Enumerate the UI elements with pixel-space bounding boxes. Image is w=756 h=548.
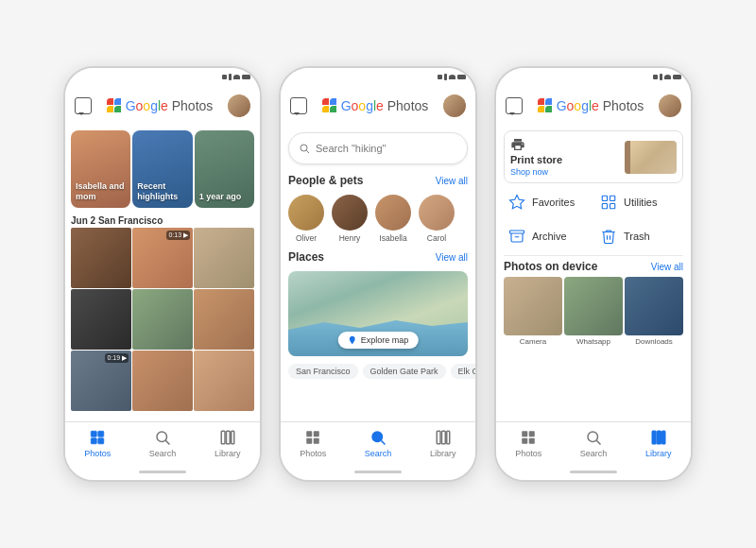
svg-rect-13 bbox=[307, 437, 313, 443]
archive-icon bbox=[507, 227, 526, 246]
person-avatar-henry bbox=[332, 195, 368, 231]
nav-label-library-2: Library bbox=[430, 449, 456, 458]
logo-yellow-segment bbox=[107, 106, 113, 112]
avatar-image-2 bbox=[443, 94, 466, 117]
phone-2: Google Photos Search "hiking" People & p… bbox=[279, 66, 477, 482]
message-icon-2[interactable] bbox=[290, 97, 307, 114]
photo-cell-8[interactable] bbox=[132, 351, 193, 411]
library-nav-icon-3 bbox=[649, 428, 668, 447]
device-photo-whatsapp[interactable]: Whatsapp bbox=[564, 277, 623, 346]
user-avatar-3[interactable] bbox=[659, 94, 681, 117]
chip-san-francisco[interactable]: San Francisco bbox=[288, 364, 358, 379]
map-container[interactable]: Explore map bbox=[288, 271, 468, 356]
nav-photos-1[interactable]: Photos bbox=[65, 428, 130, 458]
photo-cell-3[interactable] bbox=[194, 228, 254, 288]
people-pets-title: People & pets bbox=[288, 174, 363, 187]
highlight-label-1: Isabella and mom bbox=[76, 181, 130, 202]
nav-photos-2[interactable]: Photos bbox=[281, 428, 346, 458]
person-oliver[interactable]: Oliver bbox=[288, 195, 324, 243]
pinwheel-logo-3 bbox=[538, 98, 553, 113]
print-store-left: Print store Shop now bbox=[510, 137, 562, 177]
chip-golden-gate[interactable]: Golden Gate Park bbox=[363, 364, 446, 379]
highlight-card-3[interactable]: 1 year ago bbox=[195, 130, 254, 208]
camera-label: Camera bbox=[520, 337, 546, 346]
person-isabella[interactable]: Isabella bbox=[375, 195, 411, 243]
wifi-icon-2 bbox=[449, 75, 455, 79]
battery-icon-3 bbox=[673, 75, 681, 79]
user-avatar-2[interactable] bbox=[443, 94, 466, 117]
video-badge-7: 0:19 ▶ bbox=[105, 353, 129, 363]
logo-yellow-seg-2 bbox=[322, 106, 329, 112]
nav-photos-3[interactable]: Photos bbox=[496, 428, 561, 458]
app-header-3: Google Photos bbox=[496, 85, 691, 127]
people-pets-view-all[interactable]: View all bbox=[436, 176, 468, 186]
nav-library-1[interactable]: Library bbox=[195, 428, 260, 458]
search-content: People & pets View all Oliver Henry Isab… bbox=[281, 170, 475, 421]
search-input-placeholder: Search "hiking" bbox=[316, 143, 386, 154]
svg-point-9 bbox=[301, 145, 307, 151]
svg-rect-12 bbox=[314, 431, 319, 437]
message-icon-3[interactable] bbox=[506, 97, 523, 114]
trash-action[interactable]: Trash bbox=[595, 221, 683, 251]
message-icon[interactable] bbox=[75, 97, 92, 114]
archive-action[interactable]: Archive bbox=[504, 221, 592, 251]
places-view-all[interactable]: View all bbox=[436, 252, 468, 263]
svg-rect-1 bbox=[98, 431, 104, 437]
date-label: Jun 2 San Francisco bbox=[65, 212, 260, 228]
trash-icon bbox=[599, 227, 618, 246]
svg-line-16 bbox=[381, 440, 385, 444]
person-carol[interactable]: Carol bbox=[419, 195, 455, 243]
svg-line-32 bbox=[596, 440, 600, 444]
print-store-sub[interactable]: Shop now bbox=[510, 167, 562, 177]
nav-label-photos-2: Photos bbox=[300, 449, 326, 458]
svg-rect-24 bbox=[610, 204, 615, 209]
chip-elk[interactable]: Elk G bbox=[451, 364, 475, 379]
photo-cell-9[interactable] bbox=[194, 351, 254, 411]
nav-search-1[interactable]: Search bbox=[130, 428, 196, 458]
signal-icon-2 bbox=[438, 75, 442, 79]
photo-cell-1[interactable] bbox=[71, 228, 131, 288]
highlight-card-1[interactable]: Isabella and mom bbox=[71, 130, 130, 208]
phone-showcase: Google Photos Isabella and mom Recent hi… bbox=[63, 66, 693, 482]
explore-map-button[interactable]: Explore map bbox=[338, 332, 419, 349]
logo-text-2: Google Photos bbox=[341, 98, 429, 113]
svg-rect-34 bbox=[657, 431, 661, 444]
person-henry[interactable]: Henry bbox=[332, 195, 368, 243]
bottom-nav-2: Photos Search Library bbox=[281, 421, 475, 463]
device-photo-camera[interactable]: Camera bbox=[504, 277, 562, 346]
device-photo-downloads[interactable]: Downloads bbox=[625, 277, 683, 346]
user-avatar-1[interactable] bbox=[228, 94, 250, 117]
highlight-label-2: Recent highlights bbox=[137, 181, 192, 202]
photo-cell-2[interactable]: 0:13 ▶ bbox=[132, 228, 193, 288]
google-photos-logo-3: Google Photos bbox=[538, 98, 644, 113]
photo-cell-7[interactable]: 0:19 ▶ bbox=[71, 351, 131, 411]
device-photos-view-all[interactable]: View all bbox=[651, 262, 683, 272]
people-pets-header: People & pets View all bbox=[281, 170, 475, 191]
nav-search-2[interactable]: Search bbox=[346, 428, 411, 458]
status-bar-3 bbox=[496, 68, 691, 85]
search-nav-icon-2 bbox=[369, 428, 387, 447]
nav-library-3[interactable]: Library bbox=[626, 428, 691, 458]
svg-point-31 bbox=[588, 432, 598, 442]
photo-cell-5[interactable] bbox=[132, 289, 193, 350]
favorites-action[interactable]: Favorites bbox=[504, 187, 592, 217]
nav-library-2[interactable]: Library bbox=[410, 428, 475, 458]
photos-nav-icon-3 bbox=[519, 428, 538, 447]
photo-cell-6[interactable] bbox=[194, 289, 254, 350]
pinwheel-logo-2 bbox=[322, 98, 337, 113]
person-name-carol: Carol bbox=[427, 233, 446, 243]
favorites-label: Favorites bbox=[532, 197, 575, 208]
print-store-card[interactable]: Print store Shop now bbox=[504, 130, 683, 183]
nav-label-library-1: Library bbox=[215, 449, 241, 458]
highlight-card-2[interactable]: Recent highlights bbox=[132, 130, 192, 208]
search-bar[interactable]: Search "hiking" bbox=[288, 132, 468, 164]
nav-search-3[interactable]: Search bbox=[561, 428, 627, 458]
utilities-action[interactable]: Utilities bbox=[595, 187, 683, 217]
photo-cell-4[interactable] bbox=[71, 289, 131, 350]
svg-rect-14 bbox=[314, 437, 319, 443]
wifi-icon bbox=[233, 75, 240, 79]
print-icon bbox=[510, 137, 525, 152]
nav-label-photos-3: Photos bbox=[515, 449, 541, 458]
star-icon bbox=[507, 193, 526, 212]
logo-green-seg-3 bbox=[545, 106, 552, 112]
